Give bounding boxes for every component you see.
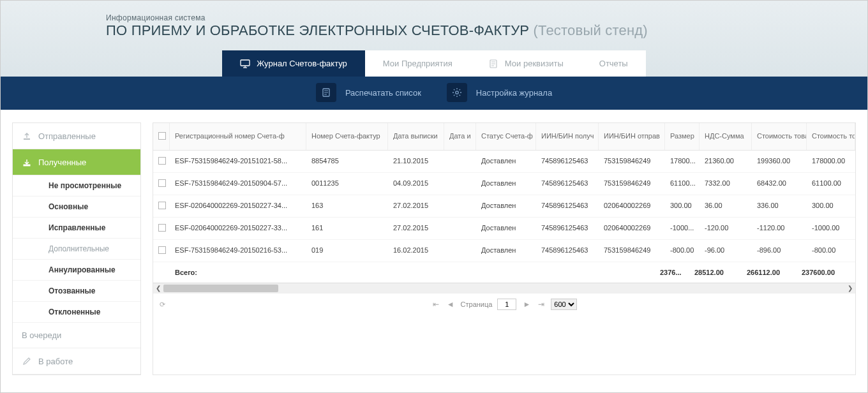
svg-rect-0 bbox=[241, 60, 250, 66]
tab-reports[interactable]: Отчеты bbox=[581, 50, 646, 77]
gear-icon bbox=[447, 83, 467, 102]
sidebar-sub-additional[interactable]: Дополнительные bbox=[13, 239, 140, 260]
sidebar-sub-rejected[interactable]: Отклоненные bbox=[13, 302, 140, 323]
header: Информационная система ПО ПРИЕМУ И ОБРАБ… bbox=[1, 1, 867, 77]
tab-requisites[interactable]: Мои реквизиты bbox=[470, 50, 581, 77]
sidebar: Отправленные Полученные Не просмотренные… bbox=[12, 122, 141, 375]
horizontal-scrollbar[interactable]: ❮ ❯ bbox=[153, 283, 855, 293]
journal-settings-button[interactable]: Настройка журнала bbox=[447, 83, 552, 102]
row-checkbox[interactable] bbox=[153, 151, 170, 172]
sidebar-sub-revoked[interactable]: Отозванные bbox=[13, 281, 140, 302]
tab-journal[interactable]: Журнал Счетов-фактур bbox=[222, 50, 365, 77]
row-checkbox[interactable] bbox=[153, 240, 170, 262]
sidebar-inwork[interactable]: В работе bbox=[13, 348, 140, 374]
main-tabs: Журнал Счетов-фактур Мои Предприятия Мои… bbox=[1, 50, 867, 77]
scroll-thumb[interactable] bbox=[163, 285, 278, 292]
sidebar-queued[interactable]: В очереди bbox=[13, 323, 140, 348]
column-invoice-number[interactable]: Номер Счета-фактур bbox=[306, 123, 388, 150]
table-row[interactable]: ESF-020640002269-20150227-33...16127.02.… bbox=[153, 218, 855, 240]
refresh-icon[interactable]: ⟳ bbox=[160, 300, 165, 309]
table-row[interactable]: ESF-753159846249-20150904-57...001123504… bbox=[153, 173, 855, 195]
sidebar-received[interactable]: Полученные bbox=[13, 149, 140, 175]
column-date-and[interactable]: Дата и bbox=[444, 123, 476, 150]
table-row[interactable]: ESF-753159846249-20150216-53...01916.02.… bbox=[153, 240, 855, 262]
column-issue-date[interactable]: Дата выписки bbox=[388, 123, 444, 150]
sidebar-sent[interactable]: Отправленные bbox=[13, 123, 140, 149]
pager-prev-icon[interactable]: ◄ bbox=[445, 300, 456, 309]
pager-first-icon[interactable]: ⇤ bbox=[431, 300, 440, 309]
sidebar-sub-unread[interactable]: Не просмотренные bbox=[13, 175, 140, 196]
table-row[interactable]: ESF-020640002269-20150227-34...16327.02.… bbox=[153, 195, 855, 218]
pencil-icon bbox=[22, 356, 32, 366]
upload-icon bbox=[22, 131, 32, 141]
monitor-icon bbox=[240, 59, 250, 68]
pager-page-input[interactable] bbox=[497, 299, 516, 310]
column-status[interactable]: Статус Счета-ф bbox=[476, 123, 536, 150]
column-checkbox[interactable] bbox=[153, 123, 170, 150]
scroll-right-icon[interactable]: ❯ bbox=[845, 283, 855, 293]
pager: ⟳ ⇤ ◄ Страница ► ⇥ 600 bbox=[153, 293, 855, 315]
row-checkbox[interactable] bbox=[153, 218, 170, 239]
content: Отправленные Полученные Не просмотренные… bbox=[1, 110, 867, 375]
row-checkbox[interactable] bbox=[153, 195, 170, 217]
svg-rect-13 bbox=[24, 165, 30, 166]
pager-label: Страница bbox=[461, 300, 493, 308]
grid-header: Регистрационный номер Счета-ф Номер Счет… bbox=[153, 123, 855, 151]
download-icon bbox=[22, 157, 32, 167]
row-checkbox[interactable] bbox=[153, 173, 170, 195]
column-cost-goods[interactable]: Стоимость товар bbox=[752, 123, 807, 150]
column-iin-sender[interactable]: ИИН/БИН отправ bbox=[599, 123, 665, 150]
sidebar-sub-main[interactable]: Основные bbox=[13, 196, 140, 218]
sidebar-sub-cancelled[interactable]: Аннулированные bbox=[13, 260, 140, 281]
print-list-button[interactable]: Распечатать список bbox=[316, 83, 421, 102]
column-cost-goods2[interactable]: Стоимость тов bbox=[807, 123, 855, 150]
column-size[interactable]: Размер bbox=[665, 123, 700, 150]
table-row[interactable]: ESF-753159846249-20151021-58...885478521… bbox=[153, 151, 855, 173]
toolbar: Распечатать список Настройка журнала bbox=[1, 77, 867, 110]
print-icon bbox=[316, 83, 336, 102]
svg-point-11 bbox=[456, 91, 458, 94]
header-subtitle: Информационная система bbox=[106, 13, 867, 22]
pager-pagesize-select[interactable]: 600 bbox=[551, 299, 577, 310]
column-vat[interactable]: НДС-Сумма bbox=[700, 123, 752, 150]
data-grid: Регистрационный номер Счета-ф Номер Счет… bbox=[153, 122, 856, 375]
app-window: { "header": { "subtitle": "Информационна… bbox=[0, 0, 868, 393]
tab-companies[interactable]: Мои Предприятия bbox=[365, 50, 470, 77]
column-iin-receiver[interactable]: ИИН/БИН получ bbox=[536, 123, 599, 150]
pager-next-icon[interactable]: ► bbox=[521, 300, 532, 309]
grid-body: ESF-753159846249-20151021-58...885478521… bbox=[153, 151, 855, 262]
document-icon bbox=[488, 59, 498, 68]
svg-rect-12 bbox=[24, 138, 30, 140]
scroll-left-icon[interactable]: ❮ bbox=[153, 283, 163, 293]
header-title: ПО ПРИЕМУ И ОБРАБОТКЕ ЭЛЕКТРОННЫХ СЧЕТОВ… bbox=[106, 22, 867, 39]
sidebar-sub-corrected[interactable]: Исправленные bbox=[13, 218, 140, 239]
pager-last-icon[interactable]: ⇥ bbox=[537, 300, 546, 309]
totals-row: Всего: 2376... 28512.00 266112.00 237600… bbox=[153, 262, 855, 283]
column-reg-number[interactable]: Регистрационный номер Счета-ф bbox=[170, 123, 306, 150]
